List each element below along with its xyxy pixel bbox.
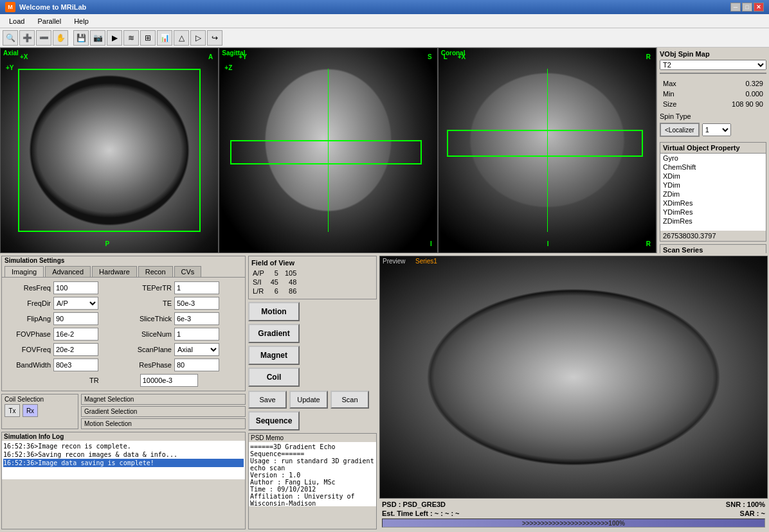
magnet-button[interactable]: Magnet (248, 346, 300, 365)
axial-corner-p: P (105, 240, 110, 247)
te-input[interactable] (174, 297, 219, 310)
fov-title: Field of View (251, 259, 374, 267)
tr-row: TR (6, 374, 241, 387)
freqdir-select[interactable]: A/P (53, 297, 98, 310)
status-row2: Est. Time Left : ~ : ~ : ~ SAR : ~ (382, 510, 765, 517)
fovfreq-input[interactable] (53, 343, 98, 356)
menu-load[interactable]: Load (3, 16, 31, 26)
vobj-prop-xdim[interactable]: XDim (660, 172, 766, 181)
vobj-prop-zdim[interactable]: ZDim (660, 190, 766, 199)
bandwidth-row: BandWidth (6, 359, 120, 371)
tr-input[interactable] (140, 374, 198, 387)
magnet-selection-title: Magnet Selection (84, 396, 242, 403)
menu-help[interactable]: Help (68, 16, 95, 26)
scanplane-select[interactable]: Axial (174, 343, 219, 356)
progress-row: >>>>>>>>>>>>>>>>>>>>>>>100% (382, 519, 765, 528)
vobj-prop-zdimres[interactable]: ZDimRes (660, 217, 766, 226)
flipang-input[interactable] (53, 312, 98, 325)
vobj-prop-ydim[interactable]: YDim (660, 181, 766, 190)
vobj-prop-chemshift[interactable]: ChemShift (660, 163, 766, 172)
slicenum-label: SliceNum (127, 330, 172, 338)
menu-parallel[interactable]: Parallel (31, 16, 68, 26)
tabs-row: Imaging Advanced Hardware Recon CVs (2, 265, 245, 277)
toolbar-btn-12[interactable]: ▷ (190, 30, 206, 46)
bottom-section: Simulation Settings Imaging Advanced Har… (0, 253, 769, 532)
min-value: 0.000 (696, 89, 765, 98)
vobj-prop-xdimres[interactable]: XDimRes (660, 199, 766, 208)
close-button[interactable]: ✕ (754, 3, 764, 12)
fov-lr-val1: 6 (266, 287, 278, 295)
slicenum-input[interactable] (174, 328, 219, 341)
coronal-corner-i: I (547, 240, 549, 247)
toolbar-btn-8[interactable]: ≋ (123, 30, 139, 46)
vobj-prop-list[interactable]: Gyro ChemShift XDim YDim ZDim XDimRes YD… (660, 154, 766, 231)
vobj-prop-ydimres[interactable]: YDimRes (660, 208, 766, 217)
resfreq-input[interactable] (53, 281, 98, 294)
gradient-button[interactable]: Gradient (248, 324, 300, 343)
toolbar-btn-9[interactable]: ⊞ (140, 30, 156, 46)
log-entry-3: 16:52:36>Image data saving is complete! (3, 459, 244, 467)
psd-status: PSD : PSD_GRE3D (382, 501, 446, 508)
coronal-panel[interactable]: Coronal +X R R L I (438, 48, 656, 253)
vobj-spin-map-dropdown[interactable]: T2 (660, 60, 766, 70)
axial-corner-a: A (208, 53, 213, 60)
preview-status: PSD : PSD_GRE3D SNR : 100% Est. Time Lef… (379, 499, 768, 529)
toolbar-btn-4[interactable]: ✋ (53, 30, 68, 46)
axial-y-label: +Y (6, 64, 14, 71)
gradient-selection-panel: Gradient Selection (81, 406, 246, 417)
resphase-input[interactable] (174, 359, 219, 371)
maximize-button[interactable]: □ (742, 3, 752, 12)
tab-advanced[interactable]: Advanced (45, 266, 91, 277)
fov-si-val2: 48 (280, 278, 296, 286)
bandwidth-input[interactable] (53, 359, 98, 371)
coil-button[interactable]: Coil (248, 368, 300, 387)
slicethick-row: SliceThick (127, 312, 241, 325)
toolbar-btn-1[interactable]: 🔍 (3, 30, 18, 46)
toolbar-btn-5[interactable]: 💾 (73, 30, 89, 46)
log-content: 16:52:36>Image recon is complete. 16:52:… (2, 441, 245, 479)
scan-button[interactable]: Scan (330, 391, 369, 409)
tepertr-input[interactable] (174, 281, 219, 294)
resfreq-row: ResFreq (6, 281, 120, 294)
tab-recon[interactable]: Recon (138, 266, 173, 277)
toolbar-btn-2[interactable]: ➕ (19, 30, 35, 46)
coil-rx-button[interactable]: Rx (23, 404, 38, 417)
vobj-prop-panel: Virtual Object Property Gyro ChemShift X… (660, 142, 766, 242)
update-button[interactable]: Update (289, 391, 328, 409)
toolbar-btn-11[interactable]: △ (174, 30, 189, 46)
coil-tx-button[interactable]: Tx (5, 404, 20, 417)
tab-cvs[interactable]: CVs (174, 266, 202, 277)
slicethick-label: SliceThick (127, 315, 172, 323)
toolbar-btn-7[interactable]: ▶ (107, 30, 122, 46)
save-button[interactable]: Save (248, 391, 287, 409)
slicethick-input[interactable] (174, 312, 219, 325)
toolbar-btn-13[interactable]: ↪ (207, 30, 222, 46)
minimize-button[interactable]: ─ (730, 3, 741, 12)
sagittal-corner-i: I (430, 240, 432, 247)
motion-button[interactable]: Motion (248, 302, 300, 321)
sequence-button[interactable]: Sequence (248, 411, 300, 430)
preview-label: Preview (383, 258, 406, 265)
fov-lr-label: L/R (253, 287, 264, 295)
coil-buttons: Tx Rx (5, 404, 75, 417)
vobj-prop-gyro[interactable]: Gyro (660, 154, 766, 163)
axial-panel[interactable]: Axial +X +Y A P (0, 48, 219, 253)
sagittal-image (219, 48, 437, 253)
toolbar-btn-3[interactable]: ➖ (36, 30, 51, 46)
spin-type-dropdown[interactable]: 1 (702, 123, 731, 136)
sagittal-panel[interactable]: Sagittal +Y +Z S I (219, 48, 437, 253)
flipang-label: FlipAng (6, 315, 51, 323)
coronal-corner-r-label: R (646, 53, 651, 60)
toolbar-btn-10[interactable]: 📊 (157, 30, 172, 46)
tab-hardware[interactable]: Hardware (92, 266, 137, 277)
flipang-row: FlipAng (6, 312, 120, 325)
motion-selection-panel: Motion Selection (81, 418, 246, 429)
freqdir-label: FreqDir (6, 299, 51, 307)
vobj-thumbnail (660, 73, 766, 74)
fovphase-input[interactable] (53, 328, 98, 341)
toolbar: 🔍 ➕ ➖ ✋ 💾 📷 ▶ ≋ ⊞ 📊 △ ▷ ↪ (0, 28, 769, 48)
snr-status: SNR : 100% (726, 501, 765, 508)
toolbar-btn-6[interactable]: 📷 (90, 30, 105, 46)
tab-imaging[interactable]: Imaging (5, 266, 44, 277)
localizer-button[interactable]: <Localizer (660, 123, 700, 137)
